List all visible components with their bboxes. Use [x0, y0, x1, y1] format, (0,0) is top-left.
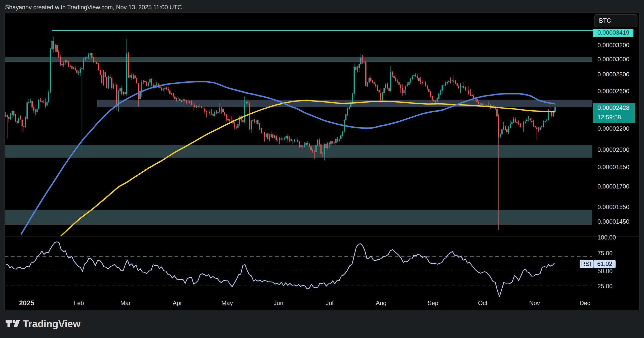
- svg-text:75.00: 75.00: [597, 250, 613, 257]
- svg-text:12:59:58: 12:59:58: [597, 114, 621, 121]
- svg-text:0.00001700: 0.00001700: [597, 183, 629, 190]
- svg-text:Apr: Apr: [173, 300, 182, 306]
- svg-text:100.00: 100.00: [597, 234, 616, 241]
- svg-text:0.00002800: 0.00002800: [597, 71, 629, 78]
- svg-text:0.00003419: 0.00003419: [597, 29, 629, 36]
- svg-text:Shayannv created with TradingV: Shayannv created with TradingView.com, N…: [5, 4, 182, 11]
- svg-text:0.00001450: 0.00001450: [597, 218, 629, 225]
- svg-text:61.02: 61.02: [597, 260, 612, 267]
- svg-text:Sep: Sep: [428, 300, 438, 306]
- svg-text:25.00: 25.00: [597, 283, 613, 289]
- svg-text:Mar: Mar: [120, 300, 131, 306]
- svg-text:RSI: RSI: [581, 260, 591, 267]
- svg-text:0.00002428: 0.00002428: [597, 104, 629, 111]
- svg-text:0.00002200: 0.00002200: [597, 125, 629, 132]
- svg-text:TradingView: TradingView: [23, 318, 81, 329]
- svg-text:0.00002600: 0.00002600: [597, 88, 629, 94]
- svg-text:50.00: 50.00: [597, 268, 613, 274]
- svg-text:May: May: [221, 300, 233, 306]
- svg-text:0.00003000: 0.00003000: [597, 56, 629, 63]
- svg-text:Jul: Jul: [326, 300, 334, 306]
- svg-text:2025: 2025: [19, 299, 34, 307]
- svg-text:Jun: Jun: [274, 300, 284, 306]
- svg-text:Feb: Feb: [73, 300, 84, 306]
- svg-text:0.00003200: 0.00003200: [597, 42, 629, 49]
- svg-text:Oct: Oct: [478, 300, 488, 306]
- svg-text:Nov: Nov: [529, 300, 540, 306]
- svg-text:0.00002000: 0.00002000: [597, 146, 629, 153]
- svg-text:BTC: BTC: [599, 17, 611, 24]
- svg-text:0.00001850: 0.00001850: [597, 164, 629, 170]
- svg-text:Aug: Aug: [376, 300, 387, 306]
- svg-text:Dec: Dec: [580, 300, 590, 306]
- svg-text:0.00001550: 0.00001550: [597, 204, 629, 210]
